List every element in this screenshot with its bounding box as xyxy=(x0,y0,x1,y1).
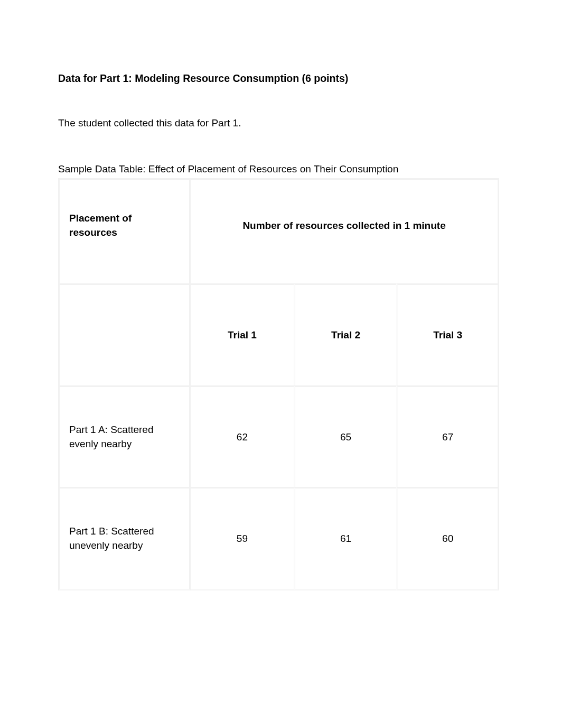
value-cell: 65 xyxy=(294,385,397,487)
value-cell: 62 xyxy=(191,385,294,487)
row-header-label: Placement of resources xyxy=(58,178,191,283)
section-heading: Data for Part 1: Modeling Resource Consu… xyxy=(58,71,503,86)
row-label: Part 1 A: Scattered evenly nearby xyxy=(58,385,191,487)
sub-header-trial-2: Trial 2 xyxy=(294,283,397,386)
merged-header: Number of resources collected in 1 minut… xyxy=(191,178,499,283)
table-row: Part 1 B: Scattered unevenly nearby 59 6… xyxy=(58,487,499,590)
sub-header-trial-1: Trial 1 xyxy=(191,283,294,386)
table-header-row-2: Trial 1 Trial 2 Trial 3 xyxy=(58,283,499,386)
table-caption: Sample Data Table: Effect of Placement o… xyxy=(58,162,503,177)
row-label: Part 1 B: Scattered unevenly nearby xyxy=(58,487,191,590)
table-row: Part 1 A: Scattered evenly nearby 62 65 … xyxy=(58,385,499,487)
data-table: Placement of resources Number of resourc… xyxy=(58,178,499,590)
value-cell: 59 xyxy=(191,487,294,590)
sub-header-trial-3: Trial 3 xyxy=(396,283,499,386)
empty-header xyxy=(58,283,191,386)
intro-text: The student collected this data for Part… xyxy=(58,116,503,131)
value-cell: 60 xyxy=(396,487,499,590)
value-cell: 61 xyxy=(294,487,397,590)
value-cell: 67 xyxy=(396,385,499,487)
table-header-row-1: Placement of resources Number of resourc… xyxy=(58,178,499,283)
